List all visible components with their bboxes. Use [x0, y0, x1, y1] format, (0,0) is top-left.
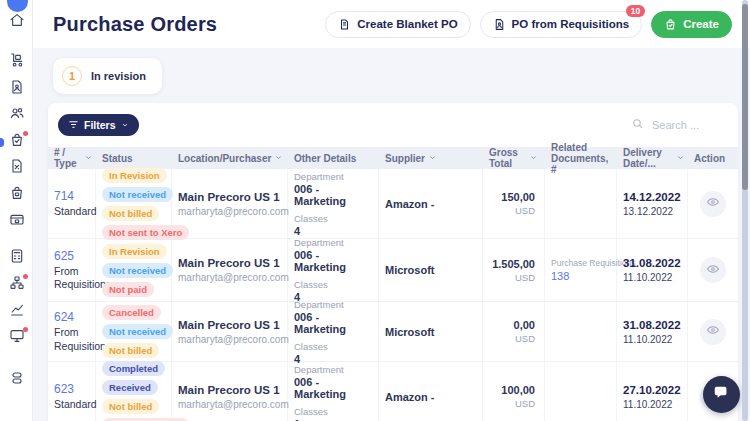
column-header-5[interactable]: Gross Total	[483, 147, 545, 169]
sort-chevron-icon	[676, 153, 685, 164]
delivery-date: 31.08.2022	[623, 319, 681, 331]
table-row: 624 From Requisitions CancelledNot recei…	[48, 302, 738, 362]
column-label: Gross Total	[489, 147, 526, 169]
sidebar-item-card-lock[interactable]	[0, 213, 33, 231]
sidebar-item-line-chart[interactable]	[0, 303, 33, 321]
delivery-date: 14.12.2022	[623, 191, 681, 203]
sort-chevron-icon	[428, 153, 437, 164]
delivery-date-cell: 27.10.2022 11.10.2022	[617, 362, 688, 421]
po-number-link[interactable]: 625	[54, 249, 89, 263]
view-button[interactable]	[700, 319, 726, 345]
detail-group: Department 006 - Marketing	[294, 364, 372, 400]
column-header-7[interactable]: Delivery Date/...	[617, 147, 688, 169]
delivery-date: 31.08.2022	[623, 257, 681, 269]
action-cell	[688, 302, 738, 361]
card-lock-icon	[9, 212, 25, 232]
detail-group: Classes 4	[294, 213, 372, 237]
other-details-cell: Department 006 - Marketing Classes 4	[288, 302, 379, 361]
sidebar-item-bag-lock[interactable]	[0, 186, 33, 204]
notification-dot	[23, 274, 28, 279]
sidebar-item-users[interactable]	[0, 106, 33, 124]
location-name: Main Precoro US 1	[178, 257, 281, 269]
po-type: From Requisitions	[54, 265, 89, 291]
sort-chevron-icon	[274, 153, 283, 164]
detail-value: 006 - Marketing	[294, 249, 372, 273]
search-icon	[631, 116, 644, 134]
column-label: Action	[694, 153, 725, 164]
po-number-cell: 624 From Requisitions	[48, 302, 96, 361]
tab-count: 1	[62, 66, 82, 86]
supplier-name: Amazon -	[385, 198, 476, 210]
delivery-date-cell: 31.08.2022 11.10.2022	[617, 302, 688, 361]
location-name: Main Precoro US 1	[178, 191, 281, 203]
sidebar-item-shopping-bag-check[interactable]	[0, 133, 33, 151]
scrollbar-thumb[interactable]	[742, 4, 748, 190]
button-label: Create Blanket PO	[357, 18, 457, 30]
view-button[interactable]	[700, 191, 726, 217]
detail-label: Classes	[294, 279, 372, 290]
summary-tab-in-revision[interactable]: 1 In revision	[53, 58, 162, 94]
detail-label: Classes	[294, 406, 372, 417]
column-header-2[interactable]: Location/Purchaser	[172, 147, 288, 169]
supplier-cell: Microsoft	[379, 302, 483, 361]
monitor-icon	[9, 328, 25, 348]
purchaser-email: marharyta@precoro.com	[178, 399, 281, 410]
sidebar-item-document-x[interactable]	[0, 159, 33, 177]
detail-value: 006 - Marketing	[294, 376, 372, 400]
detail-value: 006 - Marketing	[294, 311, 372, 335]
home-icon	[9, 12, 25, 32]
location-cell: Main Precoro US 1 marharyta@precoro.com	[172, 169, 288, 238]
button-label: PO from Requisitions	[512, 18, 630, 30]
page-title: Purchase Orders	[53, 13, 217, 36]
create-button[interactable]: Create	[651, 11, 732, 38]
related-doc-label: Purchase Requisitions	[551, 258, 610, 268]
purchaser-email: marharyta@precoro.com	[178, 334, 281, 345]
filters-button[interactable]: Filters	[58, 114, 139, 136]
po-number-link[interactable]: 624	[54, 310, 89, 324]
delivery-date-cell: 31.08.2022 11.10.2022	[617, 239, 688, 301]
sidebar-item-org-chart[interactable]	[0, 276, 33, 294]
chat-launcher-button[interactable]	[703, 376, 740, 413]
status-badge: In Revision	[102, 168, 167, 183]
status-badge: Not billed	[102, 343, 159, 358]
gross-total-value: 1.505,00	[492, 258, 535, 270]
create-blanket-po-button[interactable]: Create Blanket PO	[325, 11, 470, 38]
related-doc-link[interactable]: 138	[551, 270, 610, 282]
hand-truck-icon	[9, 52, 25, 72]
search-input[interactable]	[650, 118, 722, 132]
summary-tabs: 1 In revision	[53, 58, 162, 94]
sidebar-item-hand-truck[interactable]	[0, 53, 33, 71]
po-number-cell: 623 Standard	[48, 362, 96, 421]
chevron-down-icon	[121, 119, 129, 131]
related-documents-cell	[545, 169, 617, 238]
po-number-cell: 625 From Requisitions	[48, 239, 96, 301]
sort-chevron-icon	[84, 153, 93, 164]
status-badge: Completed	[102, 361, 165, 376]
view-button[interactable]	[700, 257, 726, 283]
secondary-date: 11.10.2022	[623, 272, 681, 283]
sidebar-item-home[interactable]	[0, 13, 33, 31]
sidebar-item-calculator[interactable]	[0, 249, 33, 267]
detail-group: Department 006 - Marketing	[294, 171, 372, 207]
po-number-link[interactable]: 623	[54, 382, 89, 396]
related-documents-cell	[545, 362, 617, 421]
column-label: Delivery Date/...	[623, 147, 673, 169]
column-header-4[interactable]: Supplier	[379, 147, 483, 169]
filter-icon	[68, 119, 79, 132]
po-from-requisitions-button[interactable]: PO from Requisitions10	[480, 11, 643, 38]
location-name: Main Precoro US 1	[178, 384, 281, 396]
filters-label: Filters	[84, 119, 116, 131]
sidebar-item-document-user[interactable]	[0, 80, 33, 98]
sidebar-item-coins[interactable]	[0, 371, 33, 389]
table-body: 714 Standard In RevisionNot receivedNot …	[48, 169, 738, 421]
notification-dot	[23, 327, 28, 332]
location-cell: Main Precoro US 1 marharyta@precoro.com	[172, 362, 288, 421]
gross-total-cell: 1.505,00 USD	[483, 239, 545, 301]
precoro-logo[interactable]	[7, 0, 28, 12]
supplier-name: Microsoft	[385, 264, 476, 276]
notification-dot	[23, 131, 28, 136]
column-header-0[interactable]: # / Type	[48, 147, 96, 169]
status-cell: CancelledNot receivedNot billed	[96, 302, 172, 361]
po-number-link[interactable]: 714	[54, 189, 89, 203]
sidebar-item-monitor[interactable]	[0, 329, 33, 347]
